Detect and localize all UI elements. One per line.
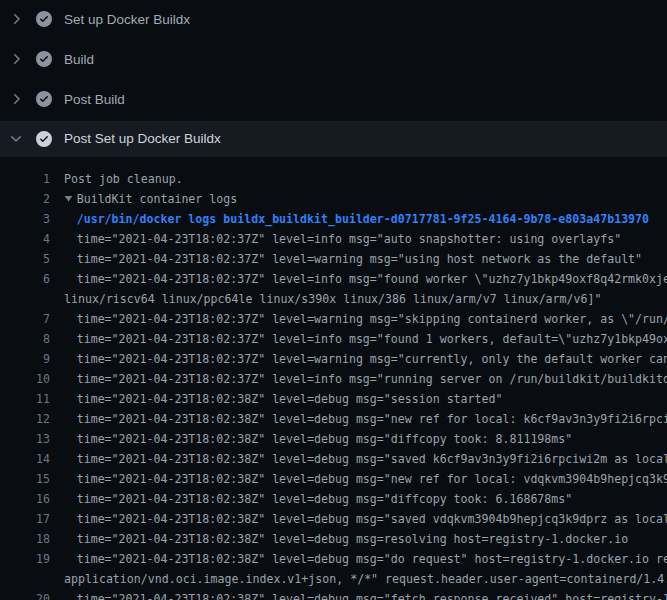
line-number bbox=[0, 569, 50, 589]
log-text: time="2021-04-23T18:02:38Z" level=debug … bbox=[77, 469, 667, 489]
log-row: 3/usr/bin/docker logs buildx_buildkit_bu… bbox=[0, 209, 667, 229]
line-number[interactable]: 16 bbox=[0, 489, 50, 509]
step-title: Post Build bbox=[64, 92, 125, 107]
log-text: time="2021-04-23T18:02:37Z" level=warnin… bbox=[77, 309, 667, 329]
log-row: 14time="2021-04-23T18:02:38Z" level=debu… bbox=[0, 449, 667, 469]
check-circle-icon bbox=[36, 51, 52, 67]
line-number[interactable]: 2 bbox=[0, 189, 50, 209]
log-text: time="2021-04-23T18:02:37Z" level=info m… bbox=[77, 269, 667, 289]
line-number[interactable]: 10 bbox=[0, 369, 50, 389]
log-row: 1Post job cleanup. bbox=[0, 169, 667, 189]
log-row-continuation: application/vnd.oci.image.index.v1+json,… bbox=[0, 569, 667, 589]
chevron-down-icon bbox=[8, 131, 24, 147]
step-header-build[interactable]: Build bbox=[0, 39, 667, 79]
log-text: linux/riscv64 linux/ppc64le linux/s390x … bbox=[64, 289, 601, 309]
check-circle-icon bbox=[36, 11, 52, 27]
line-number[interactable]: 11 bbox=[0, 389, 50, 409]
log-row: 7time="2021-04-23T18:02:37Z" level=warni… bbox=[0, 309, 667, 329]
log-text: application/vnd.oci.image.index.v1+json,… bbox=[64, 569, 667, 589]
log-text: time="2021-04-23T18:02:37Z" level=info m… bbox=[77, 329, 667, 349]
line-number[interactable]: 15 bbox=[0, 469, 50, 489]
log-text: time="2021-04-23T18:02:38Z" level=debug … bbox=[77, 429, 573, 449]
step-header-post-build[interactable]: Post Build bbox=[0, 79, 667, 119]
chevron-right-icon bbox=[8, 11, 24, 27]
log-row: 6time="2021-04-23T18:02:37Z" level=info … bbox=[0, 269, 667, 289]
log-text: time="2021-04-23T18:02:38Z" level=debug … bbox=[77, 529, 628, 549]
check-circle-icon bbox=[36, 91, 52, 107]
log-row: 10time="2021-04-23T18:02:37Z" level=info… bbox=[0, 369, 667, 389]
log-text: time="2021-04-23T18:02:38Z" level=debug … bbox=[77, 389, 503, 409]
line-number[interactable]: 18 bbox=[0, 529, 50, 549]
line-number[interactable]: 5 bbox=[0, 249, 50, 269]
triangle-down-icon bbox=[64, 194, 73, 203]
line-number[interactable]: 8 bbox=[0, 329, 50, 349]
log-text: Post job cleanup. bbox=[64, 169, 183, 189]
log-row: 15time="2021-04-23T18:02:38Z" level=debu… bbox=[0, 469, 667, 489]
line-number[interactable]: 9 bbox=[0, 349, 50, 369]
step-list: Set up Docker BuildxBuildPost BuildPost … bbox=[0, 0, 667, 157]
log-text: time="2021-04-23T18:02:38Z" level=debug … bbox=[77, 449, 667, 469]
step-header-set-up-docker-buildx[interactable]: Set up Docker Buildx bbox=[0, 0, 667, 39]
log-row: 20time="2021-04-23T18:02:38Z" level=debu… bbox=[0, 589, 667, 600]
line-number[interactable]: 7 bbox=[0, 309, 50, 329]
log-group-toggle[interactable]: BuildKit container logs bbox=[64, 189, 237, 209]
log-row-continuation: linux/riscv64 linux/ppc64le linux/s390x … bbox=[0, 289, 667, 309]
line-number[interactable]: 14 bbox=[0, 449, 50, 469]
line-number[interactable]: 17 bbox=[0, 509, 50, 529]
log-row: 9time="2021-04-23T18:02:37Z" level=warni… bbox=[0, 349, 667, 369]
log-container: 1Post job cleanup.2BuildKit container lo… bbox=[0, 157, 667, 600]
log-row: 13time="2021-04-23T18:02:38Z" level=debu… bbox=[0, 429, 667, 449]
log-text: time="2021-04-23T18:02:37Z" level=warnin… bbox=[77, 249, 642, 269]
step-title: Build bbox=[64, 52, 94, 67]
log-text: time="2021-04-23T18:02:38Z" level=debug … bbox=[77, 489, 573, 509]
log-row: 8time="2021-04-23T18:02:37Z" level=info … bbox=[0, 329, 667, 349]
log-row: 17time="2021-04-23T18:02:38Z" level=debu… bbox=[0, 509, 667, 529]
log-row: 11time="2021-04-23T18:02:38Z" level=debu… bbox=[0, 389, 667, 409]
line-number[interactable]: 1 bbox=[0, 169, 50, 189]
line-number[interactable]: 3 bbox=[0, 209, 50, 229]
log-row: 16time="2021-04-23T18:02:38Z" level=debu… bbox=[0, 489, 667, 509]
line-number[interactable]: 19 bbox=[0, 549, 50, 569]
line-number[interactable]: 6 bbox=[0, 269, 50, 289]
log-group-label: BuildKit container logs bbox=[77, 192, 238, 206]
line-number[interactable]: 20 bbox=[0, 589, 50, 600]
log-command-text: /usr/bin/docker logs buildx_buildkit_bui… bbox=[77, 209, 649, 229]
log-text: time="2021-04-23T18:02:38Z" level=debug … bbox=[77, 589, 667, 600]
log-text: time="2021-04-23T18:02:38Z" level=debug … bbox=[77, 549, 667, 569]
step-header-post-set-up-docker-buildx[interactable]: Post Set up Docker Buildx bbox=[0, 121, 667, 157]
log-text: time="2021-04-23T18:02:37Z" level=warnin… bbox=[77, 349, 667, 369]
log-text: time="2021-04-23T18:02:38Z" level=debug … bbox=[77, 509, 667, 529]
log-row: 12time="2021-04-23T18:02:38Z" level=debu… bbox=[0, 409, 667, 429]
log-text: time="2021-04-23T18:02:37Z" level=info m… bbox=[77, 369, 667, 389]
line-number[interactable]: 12 bbox=[0, 409, 50, 429]
log-row: 4time="2021-04-23T18:02:37Z" level=info … bbox=[0, 229, 667, 249]
step-title: Post Set up Docker Buildx bbox=[64, 131, 221, 146]
log-text: time="2021-04-23T18:02:37Z" level=info m… bbox=[77, 229, 621, 249]
check-circle-icon bbox=[36, 131, 52, 147]
log-row: 5time="2021-04-23T18:02:37Z" level=warni… bbox=[0, 249, 667, 269]
chevron-right-icon bbox=[8, 91, 24, 107]
log-row: 19time="2021-04-23T18:02:38Z" level=debu… bbox=[0, 549, 667, 569]
step-title: Set up Docker Buildx bbox=[64, 12, 190, 27]
line-number bbox=[0, 289, 50, 309]
log-row: 18time="2021-04-23T18:02:38Z" level=debu… bbox=[0, 529, 667, 549]
line-number[interactable]: 4 bbox=[0, 229, 50, 249]
log-row: 2BuildKit container logs bbox=[0, 189, 667, 209]
log-text: time="2021-04-23T18:02:38Z" level=debug … bbox=[77, 409, 667, 429]
chevron-right-icon bbox=[8, 51, 24, 67]
line-number[interactable]: 13 bbox=[0, 429, 50, 449]
